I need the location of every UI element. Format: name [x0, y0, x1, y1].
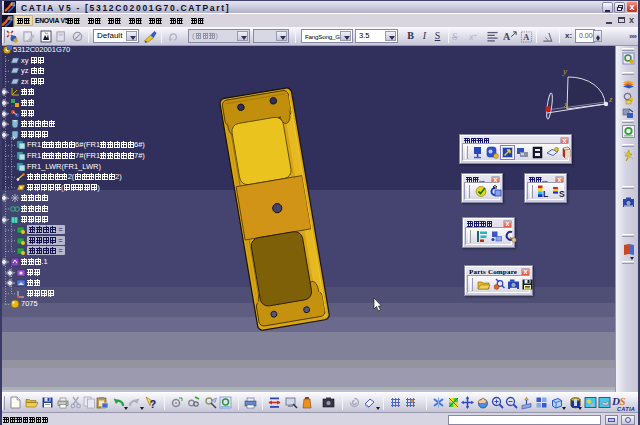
svg-text:A: A	[523, 33, 529, 42]
svg-text:S: S	[620, 395, 626, 407]
svg-text:L: L	[543, 189, 548, 199]
svg-text:x: x	[563, 99, 568, 109]
svg-text:S: S	[559, 189, 565, 199]
svg-text:?: ?	[150, 398, 157, 410]
svg-text:y: y	[562, 66, 567, 76]
svg-text:z: z	[608, 94, 613, 104]
